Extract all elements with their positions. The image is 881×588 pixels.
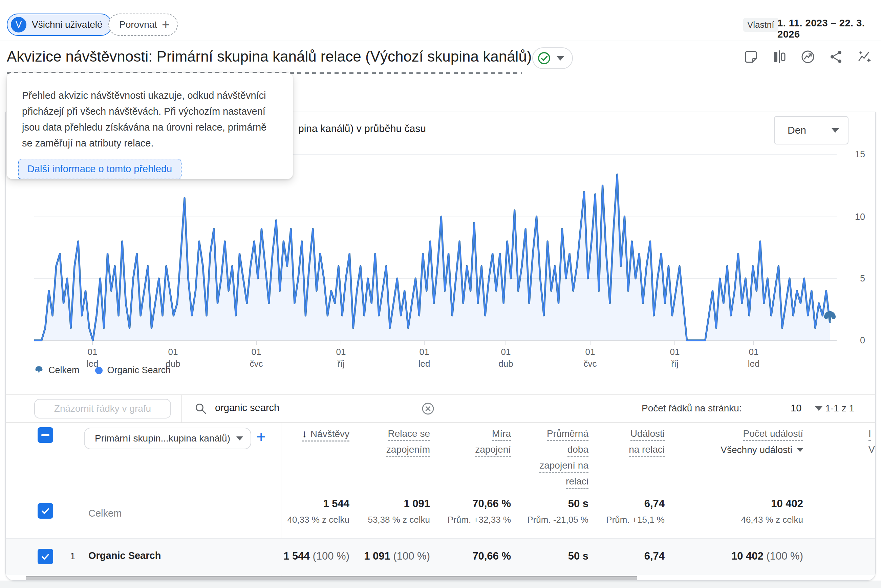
plot-rows-button[interactable]: Znázornit řádky v grafu	[34, 399, 171, 418]
chevron-down-icon	[797, 448, 803, 452]
notes-button[interactable]	[744, 50, 758, 64]
check-icon	[40, 506, 51, 516]
totals-visits: 1 54440,33 % z celku	[287, 498, 349, 525]
select-all-checkbox[interactable]	[38, 427, 53, 443]
table-row-organic-search[interactable]: 1 Organic Search 1 544 (100 %) 1 091 (10…	[6, 538, 876, 575]
x-tick: 01čvc	[236, 346, 277, 370]
row-engaged: 1 091 (100 %)	[364, 550, 430, 562]
y-tick-5: 5	[843, 272, 865, 285]
topbar-divider	[0, 40, 881, 41]
dimension-dropdown[interactable]: Primární skupin...kupina kanálů)	[84, 428, 251, 449]
row-checkbox-totals[interactable]	[38, 503, 53, 519]
check-icon	[40, 551, 51, 562]
row-checkbox-organic[interactable]	[38, 549, 53, 564]
table-controls: Znázornit řádky v grafu organic search P…	[6, 394, 876, 423]
tooltip-text-line: se zaměřují na atributy relace.	[22, 135, 279, 151]
granularity-value: Den	[788, 124, 806, 136]
y-tick-0: 0	[843, 334, 865, 347]
sort-desc-icon: ↓	[302, 428, 307, 439]
legend-organic-search: Organic Search	[95, 365, 171, 375]
x-tick: 01čvc	[570, 346, 610, 370]
page-title: Akvizice návštěvnosti: Primární skupina …	[7, 48, 532, 65]
table-row-totals: Celkem 1 54440,33 % z celku 1 09153,38 %…	[6, 490, 876, 538]
tooltip-text-line: přicházejí při všech návštěvách. Při výc…	[22, 104, 279, 119]
granularity-dropdown[interactable]: Den	[774, 116, 848, 144]
chevron-down-icon	[236, 436, 243, 441]
x-tick: 01říj	[321, 346, 361, 370]
row-index: 1	[70, 551, 75, 562]
row-visits: 1 544 (100 %)	[283, 550, 349, 562]
report-status-dropdown[interactable]	[532, 47, 573, 69]
column-header-event-count: Počet událostí Všechny události	[720, 428, 803, 455]
page-background-strip	[0, 580, 881, 588]
chart-title-partial: pina kanálů) v průběhu času	[298, 123, 426, 134]
chevron-down-icon[interactable]	[815, 406, 822, 411]
x-tick: 01dub	[486, 346, 526, 370]
horizontal-scrollbar	[6, 576, 876, 580]
insights-circle-button[interactable]	[800, 50, 815, 64]
row-event-count: 10 402 (100 %)	[731, 550, 803, 562]
series-dot-icon	[95, 367, 102, 374]
dimension-dropdown-value: Primární skupin...kupina kanálů)	[95, 433, 230, 444]
compare-chip-label: Porovnat	[119, 19, 157, 30]
audience-avatar: V	[11, 17, 26, 33]
date-type-badge: Vlastní	[743, 18, 779, 32]
row-events-per-session: 6,74	[644, 550, 665, 562]
legend-organic-label: Organic Search	[107, 365, 171, 375]
column-header-partial: I Vše	[869, 428, 876, 455]
row-rate: 70,66 %	[472, 550, 511, 562]
rows-per-page-select[interactable]: 10	[791, 403, 801, 414]
pagination-status: 1-1 z 1	[825, 403, 854, 414]
add-dimension-button[interactable]: +	[256, 429, 266, 445]
compare-chip[interactable]: Porovnat +	[108, 14, 178, 36]
insights-sparkle-button[interactable]	[857, 50, 872, 64]
column-header-events-per-session: Události na relaci	[629, 428, 665, 460]
row-channel-label: Organic Search	[89, 550, 161, 561]
totals-events-per-session: 6,74Prům. +15,1 %	[606, 498, 665, 525]
column-header-engagement-rate: Míra zapojení	[475, 428, 511, 460]
search-input[interactable]: organic search	[215, 402, 279, 413]
chart-legend: Celkem Organic Search	[34, 365, 171, 375]
learn-more-link[interactable]: Další informace o tomto přehledu	[18, 159, 182, 179]
audience-chip[interactable]: V Všichni uživatelé	[7, 14, 112, 36]
clear-search-icon[interactable]	[420, 401, 436, 417]
compare-plus-icon: +	[162, 18, 170, 32]
report-panel: pina kanálů) v průběhu času Den 15 10 5 …	[5, 112, 876, 580]
check-circle-icon	[537, 51, 551, 65]
column-header-avg-engagement-time: Průměrná doba zapojení na relaci	[539, 428, 588, 492]
sortable-header[interactable]: ↓Návštěvy	[302, 428, 349, 441]
totals-event-count: 10 40246,43 % z celku	[741, 498, 803, 525]
share-button[interactable]	[829, 50, 844, 64]
column-header-visits: ↓Návštěvy	[302, 428, 349, 444]
date-range-picker[interactable]: 1. 11. 2023 – 22. 3. 2026	[777, 18, 881, 40]
tooltip-text-line: jsou data přehledu získávána na úrovni r…	[22, 119, 279, 135]
rows-per-page-label: Počet řádků na stránku:	[642, 403, 742, 414]
totals-engaged: 1 09153,38 % z celku	[368, 498, 430, 525]
annotation-marker-icon	[34, 366, 44, 375]
totals-avg-time: 50 sPrům. -21,05 %	[527, 498, 588, 525]
scrollbar-thumb[interactable]	[26, 576, 637, 580]
search-icon	[194, 402, 207, 416]
report-info-tooltip: Přehled akvizic návštěvnosti ukazuje, od…	[7, 73, 293, 179]
table-header-row: Primární skupin...kupina kanálů) + ↓Návš…	[6, 423, 876, 490]
controls-divider	[182, 395, 182, 423]
column-header-engaged-sessions: Relace se zapojením	[386, 428, 430, 460]
event-filter-dropdown[interactable]: Všechny události	[720, 444, 803, 455]
legend-total-label: Celkem	[48, 365, 80, 375]
legend-total: Celkem	[34, 365, 80, 375]
x-tick: 01led	[404, 346, 445, 370]
x-axis-ticks	[92, 340, 754, 345]
x-tick: 01led	[734, 346, 774, 370]
totals-label: Celkem	[89, 508, 122, 519]
totals-rate: 70,66 %Prům. +32,33 %	[448, 498, 511, 525]
header-action-icons	[744, 50, 872, 64]
y-tick-10: 10	[843, 210, 865, 224]
audience-chip-label: Všichni uživatelé	[32, 19, 102, 30]
chevron-down-icon	[557, 56, 564, 60]
row-avg-time: 50 s	[568, 550, 588, 562]
x-tick: 01říj	[654, 346, 695, 370]
comparison-button[interactable]	[772, 50, 787, 64]
indeterminate-mark	[41, 434, 50, 436]
chevron-down-icon	[831, 128, 839, 133]
tooltip-text-line: Přehled akvizic návštěvnosti ukazuje, od…	[22, 88, 279, 104]
